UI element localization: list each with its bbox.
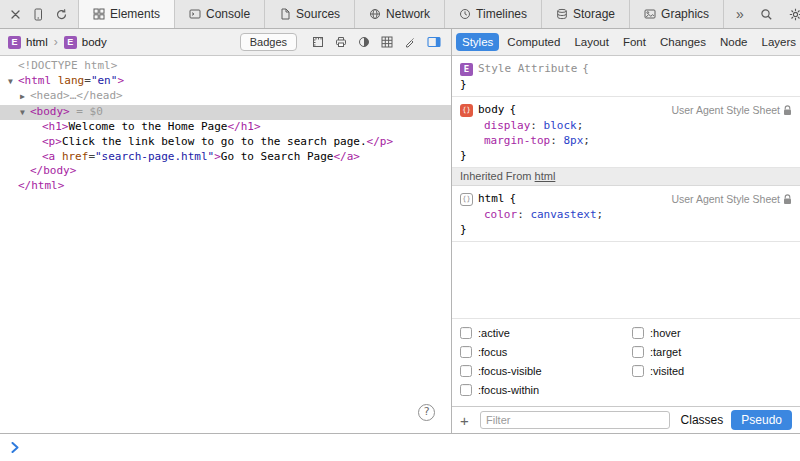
rulers-icon[interactable] bbox=[312, 36, 324, 48]
tab-sources[interactable]: Sources bbox=[264, 0, 354, 28]
disclosure-closed-icon[interactable]: ▶ bbox=[20, 90, 30, 105]
breadcrumb-item-html[interactable]: html bbox=[26, 36, 48, 48]
console-prompt-bar[interactable] bbox=[0, 433, 800, 461]
tab-console[interactable]: Console bbox=[174, 0, 264, 28]
pseudo-class-checkboxes: :active :focus :focus-visible :focus-wit… bbox=[452, 318, 800, 406]
close-brace: } bbox=[460, 222, 792, 237]
property-name[interactable]: margin-top bbox=[484, 134, 563, 147]
lock-icon bbox=[783, 105, 792, 116]
tab-layout[interactable]: Layout bbox=[568, 33, 615, 51]
grid-overlay-icon[interactable] bbox=[381, 36, 393, 48]
elements-toolbar-icons bbox=[312, 36, 443, 48]
contrast-icon[interactable] bbox=[358, 36, 370, 48]
property-name[interactable]: display bbox=[484, 119, 544, 132]
checkbox-icon[interactable] bbox=[460, 327, 472, 339]
rule-selector[interactable]: html bbox=[478, 191, 505, 207]
dom-tree-node[interactable]: <p>Click the link below to go to the sea… bbox=[0, 135, 451, 150]
tab-computed[interactable]: Computed bbox=[501, 33, 566, 51]
pseudo-checkbox-focus[interactable]: :focus bbox=[460, 346, 632, 358]
stylesheet-origin-note: User Agent Style Sheet bbox=[671, 102, 792, 118]
elements-icon bbox=[93, 8, 105, 20]
tab-overflow-button[interactable]: » bbox=[736, 6, 744, 22]
stylesheet-origin-note: User Agent Style Sheet bbox=[671, 191, 792, 207]
dom-tree-node[interactable]: ▼<html lang="en"> bbox=[0, 74, 451, 90]
dom-token: </html> bbox=[18, 179, 64, 192]
reload-icon[interactable] bbox=[55, 8, 68, 21]
pseudo-column-left: :active :focus :focus-visible :focus-wit… bbox=[460, 327, 632, 396]
checkbox-icon[interactable] bbox=[632, 327, 644, 339]
tab-changes[interactable]: Changes bbox=[654, 33, 712, 51]
style-attribute-title[interactable]: Style Attribute bbox=[478, 61, 577, 77]
tab-storage[interactable]: Storage bbox=[541, 0, 629, 28]
classes-button[interactable]: Classes bbox=[681, 413, 724, 427]
dom-tree-node[interactable]: ▼<body> = $0 bbox=[0, 105, 451, 121]
badges-button[interactable]: Badges bbox=[240, 33, 297, 51]
chevron-right-icon bbox=[11, 442, 19, 453]
dom-tree-node[interactable]: </html> bbox=[0, 179, 451, 194]
tab-styles[interactable]: Styles bbox=[456, 33, 499, 51]
rule-selector[interactable]: body bbox=[478, 102, 505, 118]
dom-token: </body> bbox=[30, 164, 76, 177]
sources-icon bbox=[279, 8, 291, 20]
property-value[interactable]: block bbox=[544, 119, 584, 132]
dom-token: = $0 bbox=[70, 105, 103, 118]
tab-graphics[interactable]: Graphics bbox=[629, 0, 724, 28]
pseudo-checkbox-focus-within[interactable]: :focus-within bbox=[460, 384, 632, 396]
dom-tree-node[interactable]: </body> bbox=[0, 164, 451, 179]
tab-node[interactable]: Node bbox=[714, 33, 754, 51]
dom-tree-node[interactable]: <a href="search-page.html">Go to Search … bbox=[0, 150, 451, 165]
disclosure-open-icon[interactable]: ▼ bbox=[20, 106, 30, 121]
breadcrumb-item-body[interactable]: body bbox=[82, 36, 107, 48]
tab-layers[interactable]: Layers bbox=[755, 33, 800, 51]
checkbox-icon[interactable] bbox=[632, 346, 644, 358]
disclosure-open-icon[interactable]: ▼ bbox=[8, 75, 18, 90]
pseudo-checkbox-target[interactable]: :target bbox=[632, 346, 684, 358]
tab-timelines[interactable]: Timelines bbox=[444, 0, 541, 28]
css-property[interactable]: margin-top8px bbox=[460, 133, 792, 148]
body-rule-section: {} body { User Agent Style Sheet display… bbox=[452, 97, 800, 168]
pseudo-checkbox-active[interactable]: :active bbox=[460, 327, 632, 339]
dom-tree-node[interactable]: <!DOCTYPE html> bbox=[0, 59, 451, 74]
property-name[interactable]: color bbox=[484, 208, 530, 221]
breadcrumb-separator-icon: › bbox=[54, 35, 58, 49]
dom-tree-node[interactable]: <h1>Welcome to the Home Page</h1> bbox=[0, 120, 451, 135]
graphics-icon bbox=[644, 8, 656, 20]
storage-icon bbox=[556, 8, 568, 20]
property-value[interactable]: canvastext bbox=[530, 208, 603, 221]
checkbox-icon[interactable] bbox=[632, 365, 644, 377]
dom-tree-node[interactable]: ▶<head>…</head> bbox=[0, 89, 451, 105]
checkbox-icon[interactable] bbox=[460, 346, 472, 358]
device-icon[interactable] bbox=[32, 8, 44, 21]
gear-icon[interactable] bbox=[789, 8, 800, 21]
close-icon[interactable] bbox=[10, 9, 21, 20]
tab-font[interactable]: Font bbox=[617, 33, 652, 51]
styles-footer: + Classes Pseudo bbox=[452, 406, 800, 433]
checkbox-icon[interactable] bbox=[460, 384, 472, 396]
checkbox-icon[interactable] bbox=[460, 365, 472, 377]
print-icon[interactable] bbox=[335, 36, 347, 48]
dom-token: <head>…</head> bbox=[30, 89, 123, 102]
styles-sidebar: Styles Computed Layout Font Changes Node… bbox=[452, 29, 800, 433]
dom-token: lang bbox=[51, 74, 84, 87]
details-sidebar-toggle-icon[interactable] bbox=[427, 36, 441, 48]
pseudo-button[interactable]: Pseudo bbox=[731, 410, 792, 430]
css-property[interactable]: displayblock bbox=[460, 118, 792, 133]
pseudo-checkbox-focus-visible[interactable]: :focus-visible bbox=[460, 365, 632, 377]
web-inspector-window: Elements Console Sources Network Timelin… bbox=[0, 0, 800, 461]
add-rule-button[interactable]: + bbox=[460, 413, 472, 428]
inherited-from-link[interactable]: html bbox=[535, 170, 556, 182]
dom-token: <!DOCTYPE html> bbox=[18, 59, 117, 72]
pseudo-checkbox-visited[interactable]: :visited bbox=[632, 365, 684, 377]
property-value[interactable]: 8px bbox=[563, 134, 590, 147]
tab-elements[interactable]: Elements bbox=[78, 0, 174, 28]
filter-input[interactable] bbox=[480, 411, 670, 429]
css-property[interactable]: colorcanvastext bbox=[460, 207, 792, 222]
search-icon[interactable] bbox=[760, 8, 773, 21]
style-attribute-section: E Style Attribute { } bbox=[452, 56, 800, 97]
paint-icon[interactable] bbox=[404, 36, 416, 48]
dom-token: > bbox=[117, 74, 124, 87]
pseudo-checkbox-hover[interactable]: :hover bbox=[632, 327, 684, 339]
tab-network[interactable]: Network bbox=[354, 0, 444, 28]
dom-token: </h1> bbox=[227, 120, 260, 133]
help-button[interactable]: ? bbox=[418, 404, 435, 421]
